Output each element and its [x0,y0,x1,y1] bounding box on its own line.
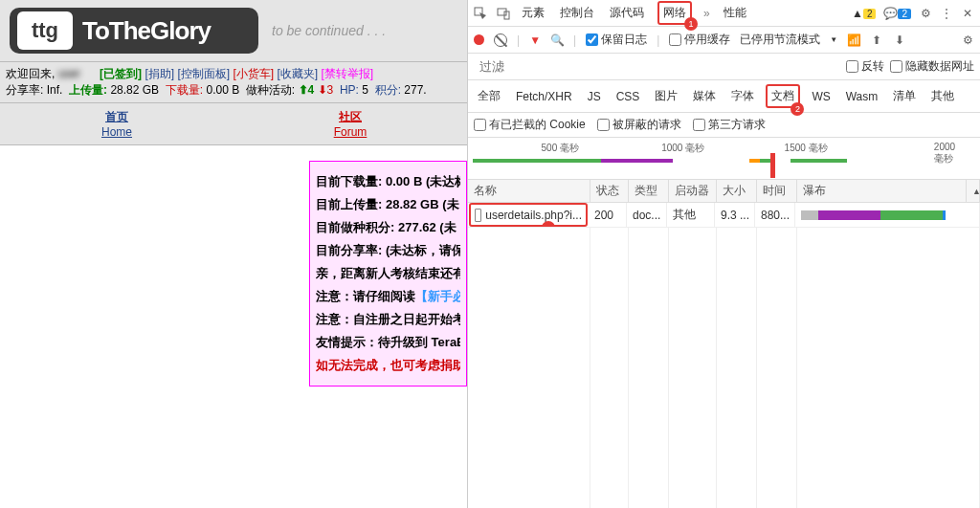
filter-input[interactable] [474,56,840,77]
notice2: 注意：自注册之日起开始考 [316,311,460,328]
ftab-fetch[interactable]: Fetch/XHR [512,88,576,105]
share-label: 分享率: [6,83,43,97]
tab-performance[interactable]: 性能 [722,0,748,27]
hide-dataurl-checkbox[interactable]: 隐藏数据网址 [890,58,974,75]
tab-elements[interactable]: 元素 [520,0,546,27]
dn-val: 0.00 B [206,83,239,97]
donate-link[interactable]: [捐助] [145,67,174,80]
ftab-css[interactable]: CSS [612,88,644,105]
tab-sources[interactable]: 源代码 [608,0,646,27]
ftab-all[interactable]: 全部 [474,86,504,106]
invert-checkbox[interactable]: 反转 [846,58,884,75]
signed-link[interactable]: [已签到] [100,67,142,80]
throttle-select[interactable]: 已停用节流模式 [740,32,820,48]
ul-label: 目前上传量: [316,197,382,211]
col-size[interactable]: 大小 [717,180,757,202]
blocked-cookie-checkbox[interactable]: 有已拦截的 Cookie [474,117,586,133]
wifi-icon[interactable]: 📶 [847,33,860,47]
nav-forum[interactable]: 社区 Forum [234,103,467,144]
ftab-wasm[interactable]: Wasm [842,88,882,105]
network-empty-grid [468,228,980,508]
site-header: ttg ToTheGlory to be continued . . . [0,0,467,61]
userbar: 欢迎回来, user [已签到] [捐助] [控制面板] [小货车] [收藏夹]… [0,61,467,103]
preserve-log-checkbox[interactable]: 保留日志 [586,32,647,48]
timeline-overview[interactable]: 500 毫秒 1000 毫秒 1500 毫秒 2000 毫秒 [468,138,980,180]
annotation-badge-3: 3 [542,221,555,227]
ftab-doc[interactable]: 文档 2 [766,84,800,108]
ftab-font[interactable]: 字体 [727,86,758,106]
seed-dn: 3 [327,83,334,97]
pts-label: 积分: [375,83,401,97]
inspect-icon[interactable] [474,7,487,20]
ftab-js[interactable]: JS [584,88,605,105]
search-icon[interactable]: 🔍 [550,33,564,47]
fav-link[interactable]: [收藏夹] [277,67,318,80]
more-icon[interactable]: ⋮ [940,7,953,20]
cpanel-link[interactable]: [控制面板] [177,67,230,80]
network-settings-icon[interactable]: ⚙ [961,33,974,47]
annotation-badge-1: 1 [684,17,698,31]
welcome-label: 欢迎回来, [6,67,55,80]
banreport-link[interactable]: [禁转举报] [321,67,373,80]
ftab-img[interactable]: 图片 [651,86,681,106]
up-val: 28.82 GB [110,83,159,97]
network-table-header: 名称 状态 类型 启动器 大小 时间 瀑布 ▲ [468,180,980,203]
device-icon[interactable] [497,7,510,20]
nav-forum-cn: 社区 [339,110,362,123]
warning-badge[interactable]: ▲2 [852,7,876,20]
devtools-panel: 元素 控制台 源代码 网络 1 » 性能 ▲2 💬2 ⚙ ⋮ ✕ | ▼ 🔍 |… [467,0,980,508]
tab-network-label: 网络 [663,6,686,19]
request-name-cell: userdetails.php?i... 3 [469,203,588,227]
nav-forum-en: Forum [334,125,368,139]
nav-home[interactable]: 首页 Home [0,103,234,144]
extra-filters: 有已拦截的 Cookie 被屏蔽的请求 第三方请求 [468,113,980,138]
site-logo[interactable]: ttg ToTheGlory [10,8,258,54]
donate-text-link[interactable]: 捐助 [440,358,460,372]
ftab-ws[interactable]: WS [808,88,834,105]
col-time[interactable]: 时间 [757,180,797,202]
type-filter-tabs: 全部 Fetch/XHR JS CSS 图片 媒体 字体 文档 2 WS Was… [468,80,980,113]
pts-val: 277. [404,83,426,97]
close-icon[interactable]: ✕ [961,7,974,20]
logo-text: ToTheGlory [82,16,211,46]
tl-label-1000: 1000 毫秒 [661,142,704,155]
truck-link[interactable]: [小货车] [233,67,274,80]
blocked-req-checkbox[interactable]: 被屏蔽的请求 [597,117,681,133]
tip-text: 友情提示：待升级到 TeraB [316,334,460,351]
download-icon[interactable]: ⬇ [893,33,906,47]
info-badge[interactable]: 💬2 [883,7,911,20]
network-row[interactable]: userdetails.php?i... 3 200 doc... 其他 9.3… [468,203,980,228]
dl-label: 目前下载量: [316,174,382,188]
col-name[interactable]: 名称 [468,180,590,202]
record-button[interactable] [474,34,484,45]
disable-cache-checkbox[interactable]: 停用缓存 [669,32,730,48]
col-initiator[interactable]: 启动器 [669,180,717,202]
filter-toggle-icon[interactable]: ▼ [529,33,541,47]
ul-val: 28.82 GB (未 [386,197,459,211]
newbie-link[interactable]: 【新手必 [415,289,460,303]
ftab-other[interactable]: 其他 [927,86,958,106]
third-party-checkbox[interactable]: 第三方请求 [693,117,766,133]
tab-network[interactable]: 网络 1 [657,1,692,25]
seed-pts-label: 目前做种积分: [316,220,394,234]
tl-label-1500: 1500 毫秒 [785,142,828,155]
up-label: 上传量: [69,83,107,97]
col-waterfall[interactable]: 瀑布 [797,180,967,202]
username-blurred: user [58,67,97,80]
ratio-val: (未达标，请保 [386,243,460,257]
upload-icon[interactable]: ⬆ [870,33,883,47]
seed-label: 做种活动: [246,83,295,97]
ftab-manifest[interactable]: 清单 [889,86,920,106]
waterfall-cell [795,203,980,227]
settings-icon[interactable]: ⚙ [919,7,932,20]
tagline: to be continued . . . [272,23,386,38]
logo-square: ttg [17,11,73,50]
ftab-media[interactable]: 媒体 [689,86,720,106]
fail-text: 如无法完成，也可考虑 [316,358,440,372]
tab-console[interactable]: 控制台 [558,0,596,27]
col-status[interactable]: 状态 [590,180,629,202]
ftab-doc-label: 文档 [771,89,794,102]
document-icon [475,209,481,222]
clear-button[interactable] [494,33,507,47]
col-type[interactable]: 类型 [629,180,669,202]
